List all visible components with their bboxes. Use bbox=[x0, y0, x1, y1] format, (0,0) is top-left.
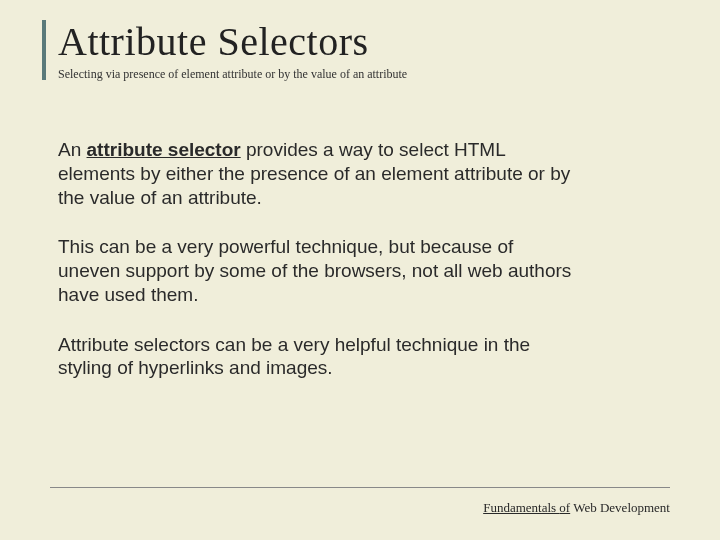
footer-of: of bbox=[559, 500, 570, 515]
footer-text: Fundamentals of Web Development bbox=[483, 500, 670, 516]
paragraph-1: An attribute selector provides a way to … bbox=[58, 138, 578, 209]
footer-divider bbox=[50, 487, 670, 488]
slide: Attribute Selectors Selecting via presen… bbox=[0, 0, 720, 540]
slide-title: Attribute Selectors bbox=[58, 18, 670, 65]
paragraph-2: This can be a very powerful technique, b… bbox=[58, 235, 578, 306]
para1-lead: An bbox=[58, 139, 87, 160]
slide-subtitle: Selecting via presence of element attrib… bbox=[58, 67, 670, 82]
term-attribute-selector: attribute selector bbox=[87, 139, 241, 160]
footer-fundamentals: Fundamentals bbox=[483, 500, 559, 515]
paragraph-3: Attribute selectors can be a very helpfu… bbox=[58, 333, 578, 381]
accent-bar bbox=[42, 20, 46, 80]
footer-webdev: Web Development bbox=[570, 500, 670, 515]
